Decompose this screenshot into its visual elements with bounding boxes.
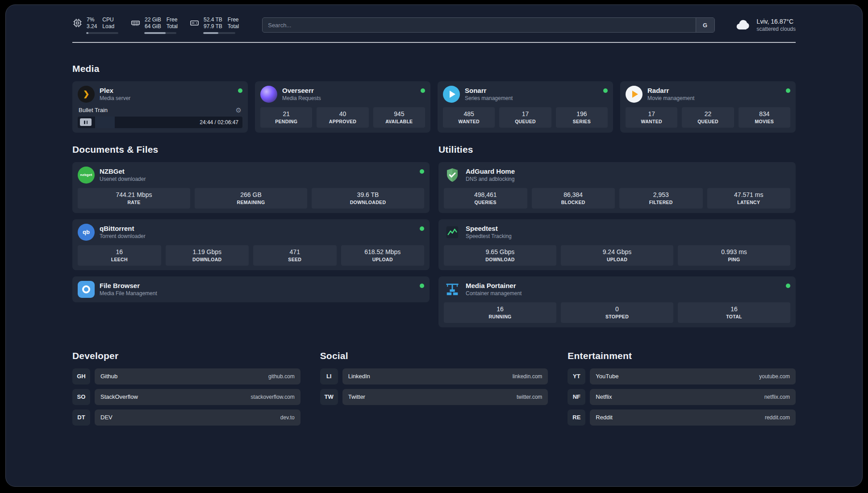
app-card-adguard[interactable]: AdGuard Home DNS and adblocking 498,461 … bbox=[438, 162, 796, 213]
stat-tile: 9.65 Gbps DOWNLOAD bbox=[444, 245, 556, 266]
stat-label: DOWNLOADED bbox=[313, 200, 422, 205]
playback-time: 24:44 / 02:06:47 bbox=[200, 119, 238, 125]
search-input[interactable] bbox=[263, 18, 695, 32]
stat-value: 47.571 ms bbox=[709, 191, 789, 198]
stat-tile: 0 STOPPED bbox=[561, 302, 673, 323]
cpu-meter: 7% 3.24 CPU Load bbox=[72, 17, 119, 34]
stat-tile: 16 TOTAL bbox=[678, 302, 790, 323]
now-playing-title: Bullet Train bbox=[79, 107, 108, 113]
memory-progress-bar bbox=[144, 32, 176, 34]
stat-value: 196 bbox=[558, 110, 606, 117]
stat-tile: 266 GB REMAINING bbox=[195, 188, 307, 209]
stat-value: 266 GB bbox=[196, 191, 305, 198]
nzbget-icon: nzbget bbox=[78, 167, 95, 184]
memory-free: 22 GiB bbox=[145, 17, 161, 23]
stat-tile: 16 LEECH bbox=[78, 245, 161, 266]
link-stackoverflow[interactable]: StackOverflow stackoverflow.com bbox=[95, 389, 300, 405]
app-card-plex[interactable]: ❯ Plex Media server Bullet Train ⚙ 2 bbox=[72, 81, 248, 133]
stat-tile: 618.52 Mbps UPLOAD bbox=[341, 245, 425, 266]
stat-label: UPLOAD bbox=[563, 257, 672, 262]
stat-tile: 86,384 BLOCKED bbox=[532, 188, 615, 209]
top-bar: 7% 3.24 CPU Load bbox=[72, 5, 796, 34]
playback-progress-bar[interactable]: 24:44 / 02:06:47 bbox=[78, 117, 242, 128]
playback-track[interactable] bbox=[95, 117, 196, 128]
app-name: NZBGet bbox=[100, 167, 146, 175]
stat-tile: 498,461 QUERIES bbox=[444, 188, 527, 209]
documents-column: Documents & Files nzbget NZBGet Usenet d… bbox=[72, 144, 430, 327]
dashboard: 7% 3.24 CPU Load bbox=[5, 4, 863, 487]
stat-tile: 744.21 Mbps RATE bbox=[78, 188, 190, 209]
link-abbr-dev[interactable]: DT bbox=[72, 409, 90, 426]
media-card-row: ❯ Plex Media server Bullet Train ⚙ 2 bbox=[72, 81, 796, 133]
link-dev[interactable]: DEV dev.to bbox=[95, 409, 300, 426]
link-twitter[interactable]: Twitter twitter.com bbox=[342, 389, 548, 405]
app-desc: Container management bbox=[466, 290, 522, 297]
app-card-filebrowser[interactable]: File Browser Media File Management bbox=[72, 276, 430, 302]
stat-value: 9.65 Gbps bbox=[446, 248, 555, 255]
link-abbr-twitter[interactable]: TW bbox=[320, 389, 338, 405]
disk-meter: 52.4 TB 97.9 TB Free Total bbox=[189, 17, 239, 34]
stat-label: PING bbox=[680, 257, 789, 262]
link-url: linkedin.com bbox=[513, 373, 542, 380]
memory-total-label: Total bbox=[167, 23, 178, 29]
link-abbr-stackoverflow[interactable]: SO bbox=[72, 389, 90, 405]
stat-label: TOTAL bbox=[680, 314, 789, 319]
stat-value: 40 bbox=[318, 110, 367, 117]
plex-now-playing-widget: Bullet Train ⚙ 24:44 / 02:06:47 bbox=[78, 107, 242, 128]
app-card-sonarr[interactable]: Sonarr Series management 485 WANTED 17 Q… bbox=[438, 81, 613, 133]
link-url: reddit.com bbox=[765, 414, 790, 421]
stat-tile: 471 SEED bbox=[253, 245, 337, 266]
stat-label: QUEUED bbox=[684, 119, 732, 124]
stat-value: 618.52 Mbps bbox=[343, 248, 423, 255]
link-github[interactable]: Github github.com bbox=[95, 368, 300, 384]
pause-button[interactable] bbox=[80, 118, 92, 126]
disk-free: 52.4 TB bbox=[204, 17, 222, 23]
app-desc: Series management bbox=[465, 95, 513, 101]
link-netflix[interactable]: Netflix netflix.com bbox=[590, 389, 796, 405]
sonarr-icon bbox=[443, 86, 460, 103]
app-card-nzbget[interactable]: nzbget NZBGet Usenet downloader 744.21 M… bbox=[72, 162, 430, 213]
link-url: stackoverflow.com bbox=[251, 394, 295, 400]
section-title-entertainment: Entertainment bbox=[568, 351, 796, 361]
app-card-overseerr[interactable]: Overseerr Media Requests 21 PENDING 40 A… bbox=[255, 81, 430, 133]
stat-tile: 22 QUEUED bbox=[682, 107, 734, 128]
radarr-icon bbox=[626, 86, 643, 103]
link-abbr-reddit[interactable]: RE bbox=[568, 409, 585, 426]
social-links: Social LI LinkedIn linkedin.com TW Twitt… bbox=[320, 351, 548, 426]
cpu-chip-icon bbox=[72, 18, 83, 28]
stat-value: 471 bbox=[255, 248, 335, 255]
link-reddit[interactable]: Reddit reddit.com bbox=[590, 409, 796, 426]
status-dot-online bbox=[603, 88, 608, 93]
app-card-portainer[interactable]: Media Portainer Container management 16 … bbox=[438, 276, 796, 327]
gear-icon[interactable]: ⚙ bbox=[236, 107, 242, 113]
speedtest-chart-icon bbox=[444, 224, 461, 241]
stat-label: STOPPED bbox=[563, 314, 672, 319]
link-abbr-linkedin[interactable]: LI bbox=[320, 368, 338, 384]
link-abbr-github[interactable]: GH bbox=[72, 368, 90, 384]
search-bar[interactable]: G bbox=[262, 17, 714, 33]
status-dot-online bbox=[420, 226, 424, 231]
cpu-load: 3.24 bbox=[87, 23, 97, 29]
app-desc: Media server bbox=[100, 95, 130, 101]
search-engine-button[interactable]: G bbox=[696, 18, 714, 32]
link-name: Github bbox=[100, 373, 117, 380]
link-linkedin[interactable]: LinkedIn linkedin.com bbox=[342, 368, 548, 384]
app-card-radarr[interactable]: Radarr Movie management 17 WANTED 22 QUE… bbox=[620, 81, 796, 133]
qbittorrent-icon: qb bbox=[78, 224, 95, 241]
app-card-qbittorrent[interactable]: qb qBittorrent Torrent downloader 16 LEE… bbox=[72, 219, 430, 270]
link-abbr-youtube[interactable]: YT bbox=[568, 368, 585, 384]
link-youtube[interactable]: YouTube youtube.com bbox=[590, 368, 796, 384]
system-meters: 7% 3.24 CPU Load bbox=[72, 17, 239, 34]
disk-total: 97.9 TB bbox=[204, 23, 222, 29]
stat-label: FILTERED bbox=[621, 200, 701, 205]
stat-label: WANTED bbox=[627, 119, 676, 124]
link-row: DT DEV dev.to bbox=[72, 409, 300, 426]
link-name: Twitter bbox=[348, 393, 365, 400]
developer-links: Developer GH Github github.com SO StackO… bbox=[72, 351, 300, 426]
app-desc: Speedtest Tracking bbox=[466, 233, 512, 239]
link-abbr-netflix[interactable]: NF bbox=[568, 389, 585, 405]
weather-location: Lviv, 16.87°C bbox=[757, 18, 796, 25]
app-card-speedtest[interactable]: Speedtest Speedtest Tracking 9.65 Gbps D… bbox=[438, 219, 796, 270]
stat-tile: 17 WANTED bbox=[626, 107, 677, 128]
link-row: TW Twitter twitter.com bbox=[320, 389, 548, 405]
